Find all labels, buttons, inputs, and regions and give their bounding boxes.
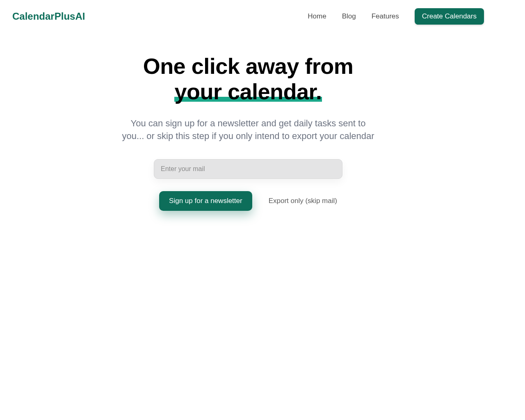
page-title: One click away from your calendar. (100, 53, 396, 104)
title-line-2: your calendar. (174, 79, 322, 104)
create-calendars-button[interactable]: Create Calendars (415, 8, 484, 25)
email-input[interactable] (154, 159, 342, 179)
main-content: One click away from your calendar. You c… (92, 53, 404, 211)
nav: Home Blog Features Create Calendars (308, 8, 484, 25)
title-line-1: One click away from (143, 54, 354, 78)
logo[interactable]: CalendarPlusAI (12, 11, 85, 22)
signup-form: Sign up for a newsletter Export only (sk… (100, 159, 396, 211)
nav-features[interactable]: Features (372, 12, 399, 21)
button-row: Sign up for a newsletter Export only (sk… (100, 191, 396, 211)
subtitle: You can sign up for a newsletter and get… (121, 117, 375, 143)
nav-blog[interactable]: Blog (342, 12, 356, 21)
export-only-link[interactable]: Export only (skip mail) (269, 197, 337, 205)
signup-newsletter-button[interactable]: Sign up for a newsletter (159, 191, 252, 211)
nav-home[interactable]: Home (308, 12, 326, 21)
header: CalendarPlusAI Home Blog Features Create… (0, 0, 496, 33)
